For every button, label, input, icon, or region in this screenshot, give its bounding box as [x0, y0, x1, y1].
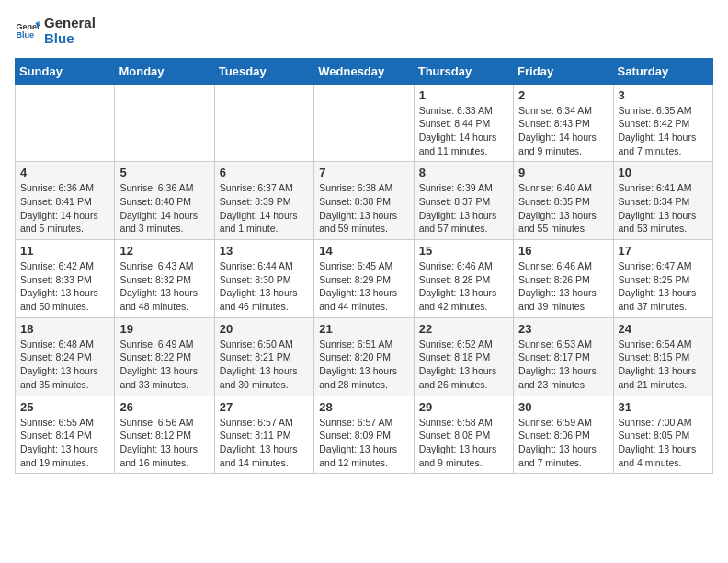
day-number: 4 [20, 166, 109, 179]
day-info: Sunrise: 6:42 AM Sunset: 8:33 PM Dayligh… [20, 259, 109, 314]
day-info: Sunrise: 6:56 AM Sunset: 8:12 PM Dayligh… [119, 416, 209, 470]
calendar-cell: 7Sunrise: 6:38 AM Sunset: 8:38 PM Daylig… [314, 162, 414, 240]
calendar-cell [16, 84, 115, 162]
calendar-cell: 30Sunrise: 6:59 AM Sunset: 8:06 PM Dayli… [514, 396, 613, 474]
calendar-cell: 16Sunrise: 6:46 AM Sunset: 8:26 PM Dayli… [514, 240, 613, 318]
day-info: Sunrise: 6:33 AM Sunset: 8:44 PM Dayligh… [419, 104, 508, 158]
day-number: 9 [518, 166, 608, 179]
calendar-header-row: SundayMondayTuesdayWednesdayThursdayFrid… [16, 58, 713, 84]
calendar-cell: 13Sunrise: 6:44 AM Sunset: 8:30 PM Dayli… [214, 240, 313, 318]
calendar-cell: 4Sunrise: 6:36 AM Sunset: 8:41 PM Daylig… [16, 162, 115, 240]
day-header-friday: Friday [514, 58, 613, 84]
calendar-cell: 24Sunrise: 6:54 AM Sunset: 8:15 PM Dayli… [613, 317, 712, 396]
calendar-cell: 15Sunrise: 6:46 AM Sunset: 8:28 PM Dayli… [414, 240, 513, 318]
calendar-cell: 2Sunrise: 6:34 AM Sunset: 8:43 PM Daylig… [514, 84, 613, 162]
day-info: Sunrise: 6:51 AM Sunset: 8:20 PM Dayligh… [319, 338, 408, 392]
day-number: 14 [319, 244, 408, 258]
day-number: 27 [220, 400, 309, 414]
day-number: 31 [619, 400, 708, 414]
day-number: 26 [119, 400, 209, 414]
day-info: Sunrise: 6:44 AM Sunset: 8:30 PM Dayligh… [220, 259, 309, 314]
day-info: Sunrise: 6:34 AM Sunset: 8:43 PM Dayligh… [518, 104, 608, 158]
calendar-cell: 27Sunrise: 6:57 AM Sunset: 8:11 PM Dayli… [214, 396, 313, 474]
day-number: 2 [518, 88, 608, 102]
day-info: Sunrise: 6:37 AM Sunset: 8:39 PM Dayligh… [220, 181, 309, 236]
day-header-monday: Monday [115, 58, 214, 84]
day-number: 3 [619, 88, 708, 102]
day-info: Sunrise: 6:49 AM Sunset: 8:22 PM Dayligh… [119, 338, 209, 392]
day-info: Sunrise: 6:36 AM Sunset: 8:40 PM Dayligh… [119, 181, 209, 236]
calendar-week-5: 25Sunrise: 6:55 AM Sunset: 8:14 PM Dayli… [16, 396, 713, 474]
day-info: Sunrise: 7:00 AM Sunset: 8:05 PM Dayligh… [619, 416, 708, 470]
day-header-wednesday: Wednesday [314, 58, 414, 84]
day-info: Sunrise: 6:54 AM Sunset: 8:15 PM Dayligh… [619, 338, 708, 392]
calendar-week-2: 4Sunrise: 6:36 AM Sunset: 8:41 PM Daylig… [16, 162, 713, 240]
day-number: 24 [619, 322, 708, 336]
day-number: 6 [220, 166, 309, 179]
day-number: 18 [20, 322, 109, 336]
day-info: Sunrise: 6:47 AM Sunset: 8:25 PM Dayligh… [619, 259, 708, 314]
day-info: Sunrise: 6:36 AM Sunset: 8:41 PM Dayligh… [20, 181, 109, 236]
day-number: 21 [319, 322, 408, 336]
day-info: Sunrise: 6:55 AM Sunset: 8:14 PM Dayligh… [20, 416, 109, 470]
calendar-cell [214, 84, 313, 162]
page-header: General Blue General Blue [15, 15, 713, 47]
calendar-cell: 18Sunrise: 6:48 AM Sunset: 8:24 PM Dayli… [16, 317, 115, 396]
calendar-week-4: 18Sunrise: 6:48 AM Sunset: 8:24 PM Dayli… [16, 317, 713, 396]
day-number: 23 [518, 322, 608, 336]
day-number: 12 [119, 244, 209, 258]
day-header-sunday: Sunday [16, 58, 115, 84]
calendar-cell: 12Sunrise: 6:43 AM Sunset: 8:32 PM Dayli… [115, 240, 214, 318]
calendar-cell [314, 84, 414, 162]
calendar-table: SundayMondayTuesdayWednesdayThursdayFrid… [15, 58, 713, 475]
day-number: 28 [319, 400, 408, 414]
day-info: Sunrise: 6:50 AM Sunset: 8:21 PM Dayligh… [220, 338, 309, 392]
logo-icon: General Blue [15, 17, 40, 43]
calendar-cell: 6Sunrise: 6:37 AM Sunset: 8:39 PM Daylig… [214, 162, 313, 240]
day-info: Sunrise: 6:46 AM Sunset: 8:26 PM Dayligh… [518, 259, 608, 314]
day-number: 1 [419, 88, 508, 102]
calendar-cell: 31Sunrise: 7:00 AM Sunset: 8:05 PM Dayli… [613, 396, 712, 474]
day-info: Sunrise: 6:48 AM Sunset: 8:24 PM Dayligh… [20, 338, 109, 392]
day-info: Sunrise: 6:43 AM Sunset: 8:32 PM Dayligh… [119, 259, 209, 314]
day-header-saturday: Saturday [613, 58, 712, 84]
day-info: Sunrise: 6:46 AM Sunset: 8:28 PM Dayligh… [419, 259, 508, 314]
calendar-cell: 9Sunrise: 6:40 AM Sunset: 8:35 PM Daylig… [514, 162, 613, 240]
calendar-week-1: 1Sunrise: 6:33 AM Sunset: 8:44 PM Daylig… [16, 84, 713, 162]
calendar-cell: 25Sunrise: 6:55 AM Sunset: 8:14 PM Dayli… [16, 396, 115, 474]
svg-text:Blue: Blue [16, 31, 34, 40]
calendar-week-3: 11Sunrise: 6:42 AM Sunset: 8:33 PM Dayli… [16, 240, 713, 318]
calendar-cell: 21Sunrise: 6:51 AM Sunset: 8:20 PM Dayli… [314, 317, 414, 396]
calendar-cell: 19Sunrise: 6:49 AM Sunset: 8:22 PM Dayli… [115, 317, 214, 396]
day-number: 30 [518, 400, 608, 414]
calendar-cell: 3Sunrise: 6:35 AM Sunset: 8:42 PM Daylig… [613, 84, 712, 162]
day-info: Sunrise: 6:57 AM Sunset: 8:09 PM Dayligh… [319, 416, 408, 470]
day-info: Sunrise: 6:45 AM Sunset: 8:29 PM Dayligh… [319, 259, 408, 314]
day-info: Sunrise: 6:38 AM Sunset: 8:38 PM Dayligh… [319, 181, 408, 236]
calendar-cell: 11Sunrise: 6:42 AM Sunset: 8:33 PM Dayli… [16, 240, 115, 318]
day-info: Sunrise: 6:39 AM Sunset: 8:37 PM Dayligh… [419, 181, 508, 236]
day-number: 17 [619, 244, 708, 258]
logo: General Blue General Blue [15, 15, 96, 47]
day-info: Sunrise: 6:59 AM Sunset: 8:06 PM Dayligh… [518, 416, 608, 470]
calendar-cell: 14Sunrise: 6:45 AM Sunset: 8:29 PM Dayli… [314, 240, 414, 318]
day-number: 5 [119, 166, 209, 179]
day-number: 15 [419, 244, 508, 258]
calendar-cell: 17Sunrise: 6:47 AM Sunset: 8:25 PM Dayli… [613, 240, 712, 318]
calendar-cell: 20Sunrise: 6:50 AM Sunset: 8:21 PM Dayli… [214, 317, 313, 396]
day-number: 7 [319, 166, 408, 179]
logo-blue: Blue [44, 30, 96, 46]
logo-general: General [44, 15, 96, 30]
calendar-cell [115, 84, 214, 162]
day-number: 19 [119, 322, 209, 336]
calendar-cell: 28Sunrise: 6:57 AM Sunset: 8:09 PM Dayli… [314, 396, 414, 474]
day-number: 8 [419, 166, 508, 179]
day-info: Sunrise: 6:57 AM Sunset: 8:11 PM Dayligh… [220, 416, 309, 470]
day-number: 16 [518, 244, 608, 258]
day-number: 29 [419, 400, 508, 414]
day-info: Sunrise: 6:53 AM Sunset: 8:17 PM Dayligh… [518, 338, 608, 392]
day-info: Sunrise: 6:35 AM Sunset: 8:42 PM Dayligh… [619, 104, 708, 158]
calendar-cell: 29Sunrise: 6:58 AM Sunset: 8:08 PM Dayli… [414, 396, 513, 474]
day-number: 13 [220, 244, 309, 258]
day-info: Sunrise: 6:41 AM Sunset: 8:34 PM Dayligh… [619, 181, 708, 236]
